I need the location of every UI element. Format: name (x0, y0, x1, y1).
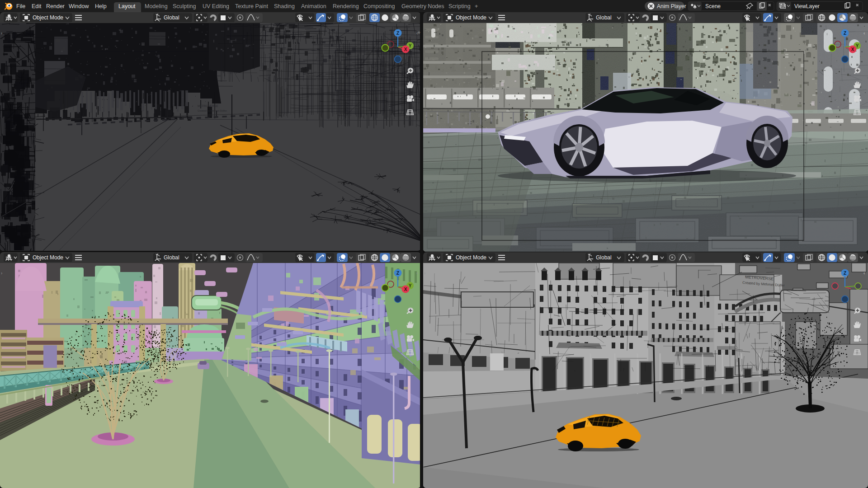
svg-text:Shading: Shading (274, 3, 295, 9)
svg-text:Compositing: Compositing (363, 3, 395, 9)
svg-text:METROVERSE: METROVERSE (198, 104, 218, 108)
svg-text:Layout: Layout (118, 3, 136, 9)
svg-text:Global: Global (596, 14, 612, 21)
svg-text:‹: ‹ (863, 31, 865, 36)
svg-text:X: X (404, 287, 407, 292)
svg-text:Created by Mehmet Dülfer.: Created by Mehmet Dülfer. (198, 109, 227, 112)
svg-text:Modeling: Modeling (145, 3, 168, 9)
svg-text:Edit: Edit (32, 3, 42, 9)
svg-text:X: X (404, 47, 407, 52)
svg-text:Z: Z (844, 31, 846, 36)
svg-text:Object Mode: Object Mode (33, 14, 63, 21)
svg-text:Animation: Animation (301, 3, 326, 9)
svg-text:Scripting: Scripting (448, 3, 471, 9)
svg-text:Global: Global (596, 254, 612, 261)
svg-text:Y: Y (409, 283, 412, 288)
svg-text:Help: Help (95, 3, 107, 9)
svg-text:Object Mode: Object Mode (456, 14, 486, 21)
svg-text:Y: Y (409, 43, 412, 48)
svg-text:+: + (475, 3, 478, 9)
svg-text:Render: Render (46, 3, 65, 9)
svg-text:X: X (851, 47, 854, 52)
svg-text:‹: ‹ (863, 271, 865, 276)
svg-text:›: › (1, 271, 2, 276)
svg-text:Texture Paint: Texture Paint (235, 3, 268, 9)
svg-text:Window: Window (69, 3, 89, 9)
svg-text:›: › (424, 271, 425, 276)
svg-text:Scene: Scene (705, 3, 721, 9)
svg-text:Global: Global (164, 14, 179, 21)
svg-text:Rendering: Rendering (333, 3, 359, 9)
svg-text:Z: Z (844, 271, 846, 276)
svg-text:›: › (1, 31, 2, 36)
svg-text:Z: Z (396, 271, 399, 276)
svg-text:Anim Player: Anim Player (657, 3, 686, 9)
svg-text:Geometry Nodes: Geometry Nodes (401, 3, 444, 9)
svg-text:ViewLayer: ViewLayer (794, 3, 820, 9)
svg-text:Z: Z (396, 31, 399, 36)
svg-text:Sculpting: Sculpting (173, 3, 196, 9)
svg-text:Object Mode: Object Mode (33, 254, 63, 261)
svg-text:Object Mode: Object Mode (456, 254, 486, 261)
svg-text:‹: ‹ (416, 271, 418, 276)
svg-text:UV Editing: UV Editing (203, 3, 229, 9)
svg-text:File: File (16, 3, 25, 9)
svg-text:Global: Global (164, 254, 179, 261)
svg-text:Y: Y (856, 43, 859, 48)
